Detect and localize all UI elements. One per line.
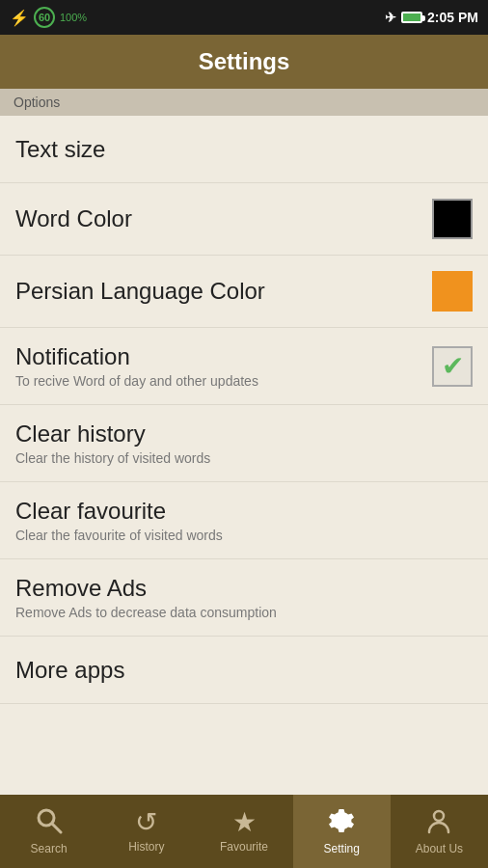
notification-title: Notification	[15, 343, 432, 370]
battery-percent: 100%	[60, 12, 87, 23]
remove-ads-title: Remove Ads	[15, 575, 473, 602]
section-header-label: Options	[14, 95, 60, 110]
status-bar: ⚡ 60 100% ✈ 2:05 PM	[0, 0, 488, 35]
checkmark-icon: ✔	[442, 353, 464, 380]
setting-word-color[interactable]: Word Color	[0, 183, 488, 256]
nav-search[interactable]: Search	[0, 795, 97, 868]
more-apps-title: More apps	[15, 657, 473, 684]
remove-ads-subtitle: Remove Ads to decrease data consumption	[15, 605, 473, 620]
setting-clear-history[interactable]: Clear history Clear the history of visit…	[0, 405, 488, 482]
favourite-label: Favourite	[220, 840, 268, 854]
favourite-icon: ★	[232, 809, 257, 836]
nav-about-us[interactable]: About Us	[391, 795, 488, 868]
clear-favourite-subtitle: Clear the favourite of visited words	[15, 528, 473, 543]
header: Settings	[0, 35, 488, 89]
search-icon	[36, 807, 63, 838]
setting-remove-ads[interactable]: Remove Ads Remove Ads to decrease data c…	[0, 559, 488, 637]
notification-text: Notification To recive Word of day and o…	[15, 343, 432, 389]
section-header: Options	[0, 89, 488, 116]
setting-clear-favourite[interactable]: Clear favourite Clear the favourite of v…	[0, 482, 488, 559]
svg-line-1	[52, 824, 61, 832]
about-label: About Us	[416, 842, 463, 855]
search-label: Search	[31, 842, 68, 855]
clear-history-subtitle: Clear the history of visited words	[15, 450, 473, 466]
usb-icon: ⚡	[10, 9, 29, 27]
about-icon	[425, 807, 452, 838]
text-size-title: Text size	[15, 136, 473, 163]
battery-icon	[401, 12, 422, 23]
notification-subtitle: To recive Word of day and other updates	[15, 373, 432, 389]
airplane-icon: ✈	[385, 10, 396, 25]
persian-color-text: Persian Language Color	[15, 278, 432, 305]
remove-ads-text: Remove Ads Remove Ads to decrease data c…	[15, 575, 473, 620]
word-color-text: Word Color	[15, 205, 432, 232]
clear-favourite-text: Clear favourite Clear the favourite of v…	[15, 498, 473, 543]
notification-checkbox[interactable]: ✔	[432, 346, 473, 387]
more-apps-text: More apps	[15, 657, 473, 684]
persian-color-title: Persian Language Color	[15, 278, 432, 305]
nav-setting[interactable]: Setting	[293, 795, 391, 868]
setting-notification[interactable]: Notification To recive Word of day and o…	[0, 328, 488, 405]
bottom-nav: Search ↺ History ★ Favourite Setting Abo…	[0, 795, 488, 868]
setting-more-apps[interactable]: More apps	[0, 637, 488, 704]
page-title: Settings	[199, 48, 290, 75]
persian-color-swatch[interactable]	[432, 271, 473, 312]
word-color-swatch[interactable]	[432, 199, 473, 239]
nav-history[interactable]: ↺ History	[97, 795, 195, 868]
clear-history-title: Clear history	[15, 420, 473, 448]
status-left: ⚡ 60 100%	[10, 7, 87, 28]
time: 2:05 PM	[427, 10, 478, 25]
nav-favourite[interactable]: ★ Favourite	[195, 795, 292, 868]
setting-icon	[328, 807, 355, 838]
svg-point-2	[434, 811, 444, 821]
setting-text-size[interactable]: Text size	[0, 116, 488, 183]
setting-persian-color[interactable]: Persian Language Color	[0, 256, 488, 328]
setting-label: Setting	[324, 842, 360, 855]
status-right: ✈ 2:05 PM	[385, 10, 478, 25]
battery-circle: 60	[34, 7, 55, 28]
settings-list: Text size Word Color Persian Language Co…	[0, 116, 488, 822]
history-label: History	[128, 840, 164, 854]
text-size-text: Text size	[15, 136, 473, 163]
clear-history-text: Clear history Clear the history of visit…	[15, 420, 473, 466]
history-icon: ↺	[135, 809, 157, 836]
word-color-title: Word Color	[15, 205, 432, 232]
clear-favourite-title: Clear favourite	[15, 498, 473, 525]
